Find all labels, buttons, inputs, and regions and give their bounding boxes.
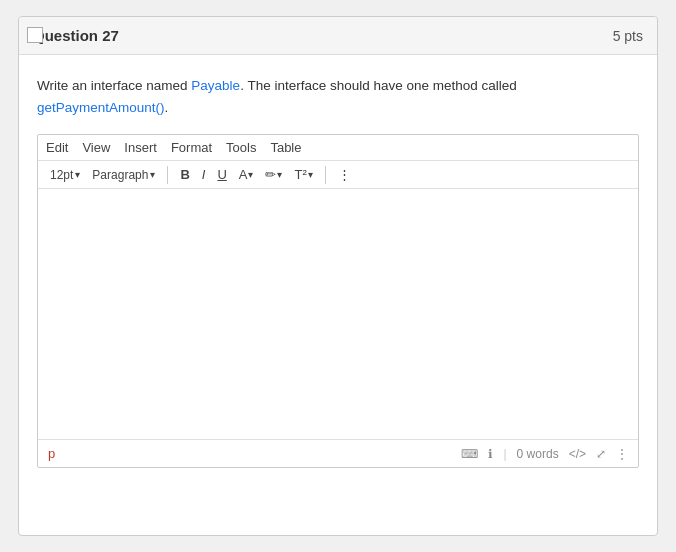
question-text-part2: . The interface should have one method c… xyxy=(240,78,517,93)
question-text-part1: Write an interface named xyxy=(37,78,191,93)
font-color-button[interactable]: A▾ xyxy=(235,165,258,184)
footer-more-button[interactable]: ⋮ xyxy=(616,447,628,461)
font-size-chevron: ▾ xyxy=(75,169,80,180)
italic-button[interactable]: I xyxy=(198,165,210,184)
question-checkbox[interactable] xyxy=(27,27,43,43)
highlight-color-button[interactable]: ✏▾ xyxy=(261,165,286,184)
menu-table[interactable]: Table xyxy=(270,140,301,155)
menu-edit[interactable]: Edit xyxy=(46,140,68,155)
points-label: 5 pts xyxy=(613,28,643,44)
question-text: Write an interface named Payable. The in… xyxy=(37,75,639,118)
superscript-button[interactable]: T²▾ xyxy=(290,165,316,184)
paragraph-chevron: ▾ xyxy=(150,169,155,180)
question-highlight1: Payable xyxy=(191,78,240,93)
code-view-button[interactable]: </> xyxy=(569,447,586,461)
font-size-selector[interactable]: 12pt ▾ xyxy=(46,166,84,184)
editor-menubar: Edit View Insert Format Tools Table xyxy=(38,135,638,161)
editor-container: Edit View Insert Format Tools Table 12pt… xyxy=(37,134,639,468)
menu-format[interactable]: Format xyxy=(171,140,212,155)
paragraph-indicator: p xyxy=(48,446,55,461)
editor-toolbar: 12pt ▾ Paragraph ▾ B I U A▾ ✏▾ T²▾ xyxy=(38,161,638,189)
card-body: Write an interface named Payable. The in… xyxy=(19,55,657,478)
footer-right: ⌨ ℹ | 0 words </> ⤢ ⋮ xyxy=(461,447,628,461)
paragraph-selector[interactable]: Paragraph ▾ xyxy=(88,166,159,184)
word-count: 0 words xyxy=(517,447,559,461)
question-card: Question 27 5 pts Write an interface nam… xyxy=(18,16,658,536)
info-icon[interactable]: ℹ xyxy=(488,447,493,461)
card-header: Question 27 5 pts xyxy=(19,17,657,55)
paragraph-value: Paragraph xyxy=(92,168,148,182)
more-options-button[interactable]: ⋮ xyxy=(334,165,355,184)
expand-button[interactable]: ⤢ xyxy=(596,447,606,461)
question-text-part3: . xyxy=(165,100,169,115)
question-highlight2: getPaymentAmount() xyxy=(37,100,165,115)
keyboard-icon[interactable]: ⌨ xyxy=(461,447,478,461)
footer-separator: | xyxy=(503,447,506,461)
menu-insert[interactable]: Insert xyxy=(124,140,157,155)
editor-footer: p ⌨ ℹ | 0 words </> ⤢ ⋮ xyxy=(38,439,638,467)
editor-area[interactable] xyxy=(38,189,638,439)
separator-1 xyxy=(167,166,168,184)
separator-2 xyxy=(325,166,326,184)
font-size-value: 12pt xyxy=(50,168,73,182)
question-title: Question 27 xyxy=(33,27,119,44)
menu-tools[interactable]: Tools xyxy=(226,140,256,155)
underline-button[interactable]: U xyxy=(213,165,230,184)
bold-button[interactable]: B xyxy=(176,165,193,184)
menu-view[interactable]: View xyxy=(82,140,110,155)
